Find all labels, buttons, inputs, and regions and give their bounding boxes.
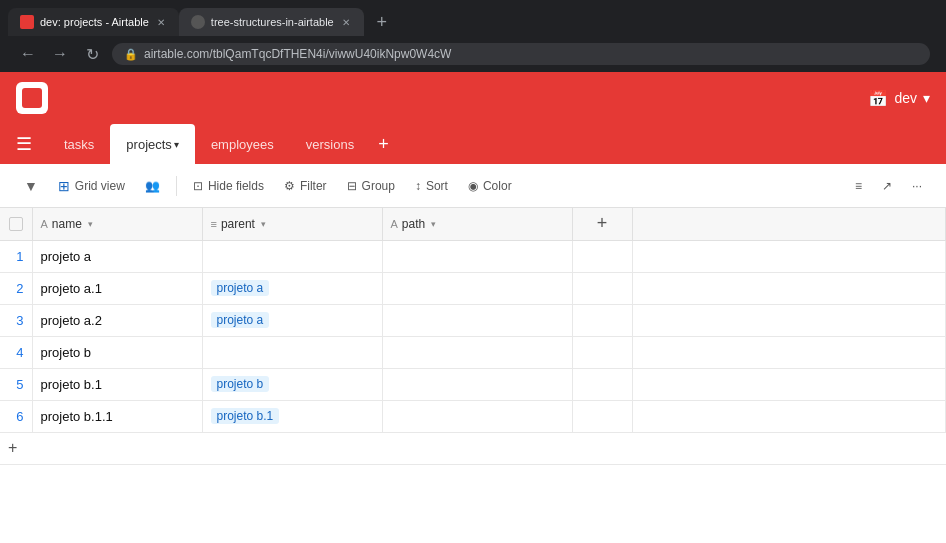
workspace-dropdown-icon: ▾ — [923, 90, 930, 106]
cell-path[interactable] — [382, 400, 572, 432]
cell-empty-1 — [572, 272, 632, 304]
more-icon: ··· — [912, 179, 922, 193]
table-row[interactable]: 6projeto b.1.1projeto b.1 — [0, 400, 946, 432]
path-col-icon: A — [391, 218, 398, 230]
cell-name[interactable]: projeto a.1 — [32, 272, 202, 304]
cell-name[interactable]: projeto b.1 — [32, 368, 202, 400]
parent-link[interactable]: projeto b.1 — [211, 408, 280, 424]
grid-icon: ⊞ — [58, 178, 70, 194]
cell-path[interactable] — [382, 304, 572, 336]
cell-name[interactable]: projeto a — [32, 240, 202, 272]
table-row[interactable]: 3projeto a.2projeto a — [0, 304, 946, 336]
column-header-row: A name ▾ ≡ parent ▾ A path — [0, 208, 946, 240]
tab-close-2[interactable]: ✕ — [340, 15, 352, 30]
cell-parent[interactable]: projeto b — [202, 368, 382, 400]
add-tab-button[interactable]: + — [378, 134, 389, 155]
col-parent-label: parent — [221, 217, 255, 231]
nav-tab-projects[interactable]: projects ▾ — [110, 124, 195, 164]
color-button[interactable]: ◉ Color — [460, 175, 520, 197]
filter-label: Filter — [300, 179, 327, 193]
cell-parent[interactable] — [202, 336, 382, 368]
hamburger-icon[interactable]: ☰ — [16, 133, 32, 155]
sort-label: Sort — [426, 179, 448, 193]
workspace-button[interactable]: 📅 dev ▾ — [868, 89, 930, 108]
more-button[interactable]: ··· — [904, 175, 930, 197]
cell-parent[interactable] — [202, 240, 382, 272]
grid-view-button[interactable]: ⊞ Grid view — [50, 174, 133, 198]
color-label: Color — [483, 179, 512, 193]
col-header-parent[interactable]: ≡ parent ▾ — [202, 208, 382, 240]
nav-tab-employees[interactable]: employees — [195, 124, 290, 164]
cell-empty-2 — [632, 368, 946, 400]
nav-tab-tasks[interactable]: tasks — [48, 124, 110, 164]
parent-col-dropdown-icon[interactable]: ▾ — [261, 219, 266, 229]
col-header-path[interactable]: A path ▾ — [382, 208, 572, 240]
nav-tab-versions[interactable]: versions — [290, 124, 370, 164]
row-height-button[interactable]: ≡ — [847, 175, 870, 197]
cell-parent[interactable]: projeto a — [202, 304, 382, 336]
parent-link[interactable]: projeto a — [211, 312, 270, 328]
cell-empty-1 — [572, 400, 632, 432]
col-header-add[interactable]: + — [572, 208, 632, 240]
name-col-icon: A — [41, 218, 48, 230]
select-all-checkbox[interactable] — [9, 217, 23, 231]
group-label: Group — [362, 179, 395, 193]
new-tab-button[interactable]: + — [368, 8, 396, 36]
row-number: 6 — [0, 400, 32, 432]
filter-icon: ⚙ — [284, 179, 295, 193]
cell-path[interactable] — [382, 272, 572, 304]
path-col-dropdown-icon[interactable]: ▾ — [431, 219, 436, 229]
tab-projects-airtable[interactable]: dev: projects - Airtable ✕ — [8, 8, 179, 36]
cell-empty-2 — [632, 336, 946, 368]
add-row-button[interactable]: + — [0, 433, 946, 465]
parent-col-icon: ≡ — [211, 218, 217, 230]
cell-empty-2 — [632, 272, 946, 304]
tab-label-2: tree-structures-in-airtable — [211, 16, 334, 28]
cell-name[interactable]: projeto a.2 — [32, 304, 202, 336]
collaborators-button[interactable]: 👥 — [137, 175, 168, 197]
tab-close-1[interactable]: ✕ — [155, 15, 167, 30]
toolbar: ▼ ⊞ Grid view 👥 ⊡ Hide fields ⚙ Filter ⊟… — [0, 164, 946, 208]
name-col-dropdown-icon[interactable]: ▾ — [88, 219, 93, 229]
hide-fields-button[interactable]: ⊡ Hide fields — [185, 175, 272, 197]
parent-link[interactable]: projeto b — [211, 376, 270, 392]
browser-chrome: dev: projects - Airtable ✕ tree-structur… — [0, 0, 946, 72]
sort-button[interactable]: ↕ Sort — [407, 175, 456, 197]
cell-path[interactable] — [382, 240, 572, 272]
nav-tabs: ☰ tasks projects ▾ employees versions + — [0, 124, 946, 164]
table-row[interactable]: 5projeto b.1projeto b — [0, 368, 946, 400]
cell-parent[interactable]: projeto b.1 — [202, 400, 382, 432]
cell-name[interactable]: projeto b — [32, 336, 202, 368]
cell-name[interactable]: projeto b.1.1 — [32, 400, 202, 432]
row-number: 1 — [0, 240, 32, 272]
url-text: airtable.com/tblQamTqcDfTHEN4i/viwwU40ik… — [144, 47, 451, 61]
expand-button[interactable]: ↗ — [874, 175, 900, 197]
table-row[interactable]: 4projeto b — [0, 336, 946, 368]
cell-path[interactable] — [382, 368, 572, 400]
filter-button[interactable]: ⚙ Filter — [276, 175, 335, 197]
group-button[interactable]: ⊟ Group — [339, 175, 403, 197]
collaborators-icon: 👥 — [145, 179, 160, 193]
url-bar[interactable]: 🔒 airtable.com/tblQamTqcDfTHEN4i/viwwU40… — [112, 43, 930, 65]
sort-icon: ↕ — [415, 179, 421, 193]
table-row[interactable]: 2projeto a.1projeto a — [0, 272, 946, 304]
cell-parent[interactable]: projeto a — [202, 272, 382, 304]
cell-empty-2 — [632, 304, 946, 336]
back-button[interactable]: ← — [16, 45, 40, 63]
add-row-icon: + — [8, 439, 17, 457]
nav-tab-projects-label: projects — [126, 137, 172, 152]
cell-empty-1 — [572, 336, 632, 368]
view-toggle-button[interactable]: ▼ — [16, 174, 46, 198]
cell-empty-1 — [572, 240, 632, 272]
checkbox-header[interactable] — [0, 208, 32, 240]
parent-link[interactable]: projeto a — [211, 280, 270, 296]
row-number: 5 — [0, 368, 32, 400]
cell-empty-1 — [572, 304, 632, 336]
tab-tree-structures[interactable]: tree-structures-in-airtable ✕ — [179, 8, 364, 36]
color-icon: ◉ — [468, 179, 478, 193]
col-header-name[interactable]: A name ▾ — [32, 208, 202, 240]
forward-button[interactable]: → — [48, 45, 72, 63]
reload-button[interactable]: ↻ — [80, 45, 104, 64]
cell-path[interactable] — [382, 336, 572, 368]
table-row[interactable]: 1projeto a — [0, 240, 946, 272]
